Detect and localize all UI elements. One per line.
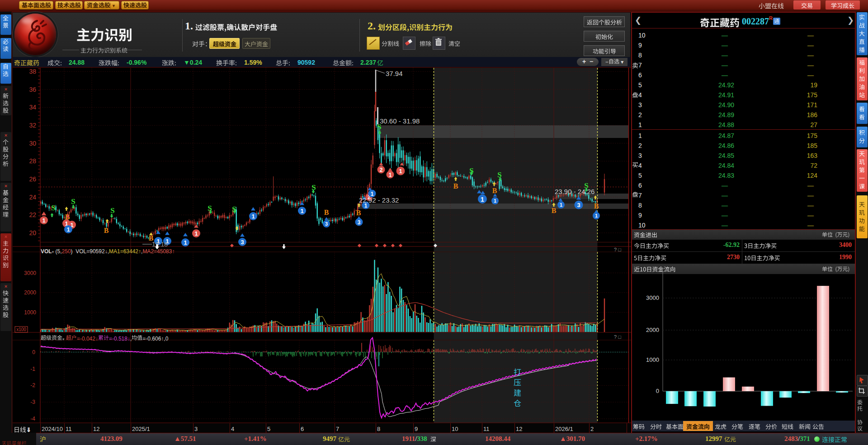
svg-text:1: 1 [66, 226, 70, 233]
svg-text:B: B [552, 207, 557, 214]
svg-text:3: 3 [325, 221, 328, 227]
svg-text:1: 1 [184, 239, 187, 246]
svg-text:34: 34 [29, 104, 36, 111]
svg-text:S: S [71, 197, 75, 206]
svg-text:30.60 - 31.98: 30.60 - 31.98 [380, 117, 420, 125]
svg-text:1: 1 [300, 208, 303, 214]
svg-text:B: B [492, 187, 497, 194]
svg-text:B: B [356, 209, 361, 217]
svg-text:2000: 2000 [24, 289, 36, 296]
svg-text:0: 0 [32, 349, 35, 355]
svg-text:B: B [104, 227, 109, 234]
svg-text:B: B [453, 182, 458, 190]
svg-text:-1: -1 [30, 366, 35, 372]
svg-text:30: 30 [29, 140, 36, 147]
svg-text:38: 38 [29, 68, 36, 75]
svg-text:-3: -3 [30, 399, 35, 405]
svg-text:1: 1 [560, 202, 562, 208]
svg-text:1: 1 [481, 196, 484, 203]
svg-text:3000: 3000 [24, 270, 36, 276]
svg-text:S: S [110, 206, 114, 215]
svg-text:20: 20 [29, 229, 36, 237]
svg-text:2: 2 [380, 167, 383, 173]
svg-text:1: 1 [251, 213, 255, 220]
svg-text:3: 3 [241, 239, 244, 246]
svg-text:37.94: 37.94 [386, 70, 403, 77]
svg-text:S: S [51, 204, 55, 212]
svg-text:23.90 - 24.26: 23.90 - 24.26 [555, 188, 594, 195]
svg-text:1: 1 [494, 198, 496, 204]
svg-text:36: 36 [29, 86, 36, 93]
svg-text:-4: -4 [30, 416, 35, 422]
svg-text:3: 3 [358, 219, 361, 226]
svg-text:1: 1 [42, 217, 45, 224]
svg-text:1: 1 [595, 213, 598, 218]
svg-text:22.92 - 23.32: 22.92 - 23.32 [359, 196, 399, 204]
svg-text:3: 3 [577, 202, 580, 208]
svg-text:-2: -2 [30, 382, 35, 388]
svg-text:22: 22 [29, 211, 36, 218]
svg-text:1000: 1000 [24, 309, 36, 316]
svg-text:x100: x100 [16, 327, 26, 332]
svg-text:B: B [594, 202, 599, 210]
svg-text:26: 26 [29, 175, 36, 183]
svg-text:28: 28 [29, 157, 36, 165]
svg-text:1: 1 [194, 230, 198, 237]
svg-text:B: B [324, 208, 329, 216]
svg-text:24: 24 [29, 194, 36, 201]
svg-text:1: 1 [389, 172, 392, 178]
svg-text:32: 32 [29, 122, 36, 129]
svg-text:1: 1 [399, 168, 402, 175]
